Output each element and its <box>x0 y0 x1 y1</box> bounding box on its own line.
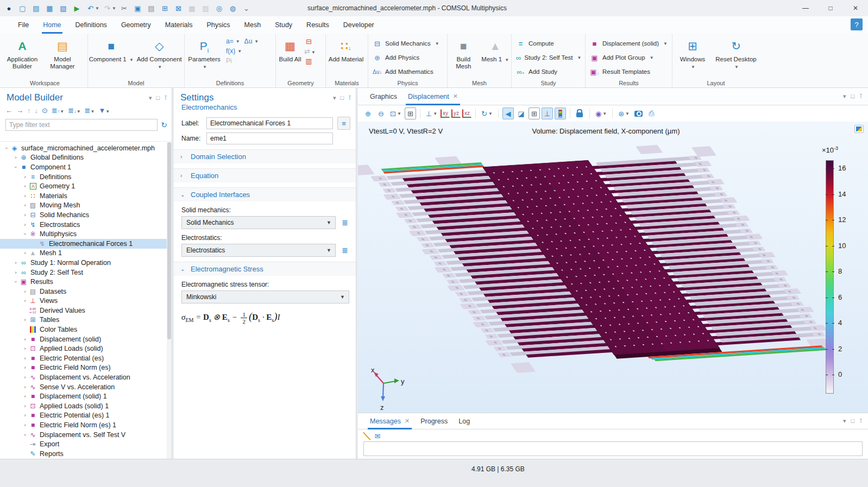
tree-item[interactable]: ›AGeometry 1 <box>0 181 167 191</box>
run-icon[interactable]: ▶ <box>70 1 84 15</box>
zoom-box-icon[interactable]: ⊡▼ <box>388 107 403 119</box>
build-mesh-button[interactable]: ■ Build Mesh <box>448 36 479 70</box>
tree-item[interactable]: ✎Reports <box>0 449 167 459</box>
maximize-button[interactable]: □ <box>818 0 843 16</box>
panel-menu-chevron-icon[interactable]: ▾ <box>843 93 846 100</box>
show-color-legend-icon[interactable] <box>555 107 566 119</box>
rotate-icon[interactable]: ↻▼ <box>480 107 494 119</box>
model-manager-button[interactable]: ▤ Model Manager <box>42 36 83 70</box>
update-plot-icon[interactable]: ⊛▼ <box>617 107 631 119</box>
solid-mechanics-select[interactable]: Solid Mechanics▼ <box>181 216 336 229</box>
add-physics-button[interactable]: ⊕ Add Physics <box>368 50 447 65</box>
label-input[interactable] <box>206 117 333 129</box>
app-logo-icon[interactable]: ● <box>2 1 16 15</box>
view-yz-icon[interactable]: yz <box>451 109 461 118</box>
tree-expand-arrow[interactable]: › <box>22 203 28 208</box>
tree-expand-arrow[interactable]: › <box>12 270 19 275</box>
scrollbar-thumb[interactable] <box>167 142 171 339</box>
menu-tab-home[interactable]: Home <box>36 16 68 34</box>
windows-button[interactable]: ⊞ Windows▼ <box>675 36 710 71</box>
panel-pin-icon[interactable]: ⊺ <box>164 94 167 102</box>
minimize-button[interactable]: — <box>793 0 818 16</box>
section-domain-selection[interactable]: › Domain Selection <box>174 149 356 163</box>
model-tree-node-text-icon[interactable]: ≣▼ <box>85 106 95 115</box>
compute-button[interactable]: = Compute <box>512 36 585 50</box>
result-templates-button[interactable]: ▣↓ Result Templates <box>586 65 672 79</box>
tree-expand-arrow[interactable]: › <box>12 155 19 160</box>
tree-expand-arrow[interactable]: › <box>22 289 28 294</box>
show-axis-orientation-icon[interactable]: ⊥ <box>542 107 553 119</box>
clear-messages-icon[interactable]: ╲ <box>363 431 370 441</box>
show-icon[interactable]: ⊙ <box>42 106 48 115</box>
menu-tab-geometry[interactable]: Geometry <box>114 16 158 34</box>
tree-item[interactable]: ›■Electric Potential (es) <box>0 353 167 363</box>
tree-item[interactable]: 8.85 e-12Derived Values <box>0 306 167 315</box>
panel-float-icon[interactable]: □ <box>341 94 344 102</box>
move-down-icon[interactable]: ↓ <box>35 106 39 115</box>
stress-tensor-select[interactable]: Minkowski▼ <box>181 290 349 303</box>
menu-tab-physics[interactable]: Physics <box>199 16 237 34</box>
tree-expand-arrow[interactable]: › <box>22 212 28 218</box>
tree-item[interactable]: ›■Electric Field Norm (es) 1 <box>0 420 167 430</box>
print-icon[interactable]: ⎙ <box>646 107 657 119</box>
move-up-icon[interactable]: ↑ <box>27 106 31 115</box>
tree-expand-arrow[interactable]: › <box>22 403 28 409</box>
view-xy-icon[interactable]: xy <box>441 109 450 118</box>
forward-icon[interactable]: → <box>16 106 23 115</box>
panel-pin-icon[interactable]: ⊺ <box>859 418 863 425</box>
tree-expand-arrow[interactable]: › <box>22 298 28 303</box>
tree-expand-arrow[interactable]: › <box>12 260 19 265</box>
plot-canvas[interactable]: VtestL=0 V, VtestR=2 V Volume: Displacem… <box>358 122 868 413</box>
find-replace-icon[interactable]: ◍ <box>226 1 240 15</box>
menu-tab-materials[interactable]: Materials <box>158 16 200 34</box>
expand-all-icon[interactable]: ≣↓▼ <box>68 106 80 115</box>
parameters-button[interactable]: Pi Parameters▼ <box>185 36 224 71</box>
zoom-in-icon[interactable]: ⊕ <box>362 107 374 119</box>
reset-desktop-button[interactable]: ↻ Reset Desktop ▼ <box>715 36 757 71</box>
tree-item[interactable]: ⇥Export <box>0 439 167 449</box>
cut-icon[interactable]: ✂ <box>117 1 131 15</box>
menu-tab-developer[interactable]: Developer <box>336 16 381 34</box>
section-coupled-interfaces[interactable]: ⌄ Coupled Interfaces <box>174 187 356 201</box>
tree-expand-arrow[interactable]: › <box>22 193 28 199</box>
tree-expand-arrow[interactable]: › <box>22 346 28 351</box>
zoom-extents-icon[interactable]: ⊞ <box>405 107 416 119</box>
variables-button[interactable]: a=▼ <box>224 36 242 46</box>
image-snapshot-icon[interactable] <box>633 107 644 119</box>
tree-item[interactable]: ›↯Electrostatics <box>0 220 167 230</box>
tree-expand-arrow[interactable]: › <box>22 231 28 237</box>
menu-tab-file[interactable]: File <box>11 16 36 34</box>
tree-item[interactable]: ›∿Displacement vs. Self Test V <box>0 430 167 440</box>
tree-item[interactable]: ›⊡Applied Loads (solid) 1 <box>0 401 167 411</box>
tree-item[interactable]: ›∿Sense V vs. Acceleration <box>0 382 167 392</box>
copy-icon[interactable]: ▣ <box>131 1 144 15</box>
zoom-out-icon[interactable]: ⊖ <box>375 107 387 119</box>
tree-expand-arrow[interactable]: › <box>22 174 28 180</box>
tab-displacement[interactable]: Displacement✕ <box>402 88 463 105</box>
tree-item[interactable]: ›∞Study 1: Normal Operation <box>0 258 167 268</box>
tree-expand-arrow[interactable]: › <box>22 222 28 227</box>
dropdown-chevron-icon[interactable]: ▼ <box>112 6 117 11</box>
customize-toolbar-chevron-icon[interactable]: ⌄ <box>240 1 253 15</box>
tree-item[interactable]: ›■Displacement (solid) <box>0 334 167 344</box>
physics-interface-button[interactable]: ⊟ Solid Mechanics▼ <box>368 36 447 50</box>
tree-expand-arrow[interactable]: › <box>13 164 18 170</box>
filter-icon[interactable]: ▼▼ <box>98 106 110 115</box>
tree-expand-arrow[interactable]: › <box>22 375 28 380</box>
panel-menu-chevron-icon[interactable]: ▾ <box>149 94 152 102</box>
delete-icon[interactable]: ⊠ <box>172 1 185 15</box>
tree-item[interactable]: ›■Electric Field Norm (es) <box>0 363 167 373</box>
tree-expand-arrow[interactable]: › <box>22 337 28 342</box>
go-to-view-icon[interactable]: ⊥▼ <box>424 107 439 119</box>
help-button[interactable]: ? <box>851 18 863 30</box>
tab-messages[interactable]: Messages✕ <box>364 413 415 429</box>
tree-expand-arrow[interactable]: › <box>22 365 28 370</box>
plot-group-button[interactable]: ■ Displacement (solid)▼ <box>586 36 672 50</box>
new-file-icon[interactable]: ▢ <box>16 1 29 15</box>
tree-item[interactable]: ›⊥Views <box>0 296 167 306</box>
go-to-source-icon[interactable]: ≣ <box>339 246 350 255</box>
panel-menu-chevron-icon[interactable]: ▾ <box>843 418 846 425</box>
tree-item[interactable]: ›∷Materials <box>0 191 167 201</box>
go-to-source-icon[interactable]: ≣ <box>339 218 350 227</box>
close-button[interactable]: ✕ <box>843 0 868 16</box>
